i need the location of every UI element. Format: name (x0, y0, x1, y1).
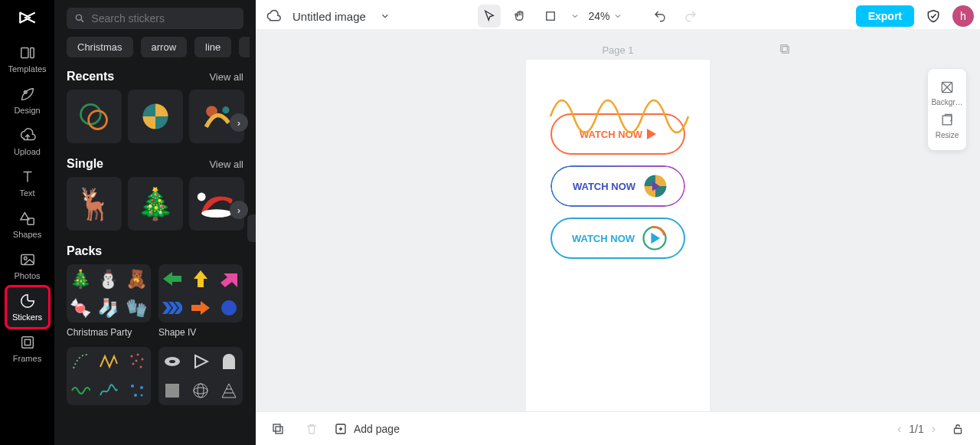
section-title-packs: Packs (67, 244, 102, 258)
sticker-tree[interactable]: 🎄 (128, 177, 183, 231)
grid-square-icon (164, 382, 181, 399)
page-duplicate-icon[interactable] (779, 43, 791, 58)
shapes-icon (19, 210, 36, 227)
nav-stickers[interactable]: Stickers (6, 286, 49, 328)
svg-marker-45 (647, 129, 656, 139)
layers-button[interactable] (266, 417, 289, 440)
nav-label: Photos (14, 271, 40, 280)
svg-marker-17 (194, 270, 207, 287)
cloud-sync-icon[interactable] (262, 5, 285, 28)
capcut-logo-icon (18, 8, 38, 28)
pack-name: Christmas Party (67, 327, 151, 338)
frames-icon (19, 334, 36, 351)
add-page-icon (334, 422, 348, 436)
prev-page-button[interactable]: ‹ (897, 422, 901, 436)
export-button[interactable]: Export (856, 5, 914, 27)
document-title[interactable]: Untitled image (292, 10, 366, 23)
nav-upload[interactable]: Upload (6, 121, 49, 162)
chip-arrow[interactable]: arrow (141, 37, 188, 57)
wave-sticker (547, 81, 693, 152)
user-avatar[interactable]: h (952, 5, 974, 27)
add-page-label: Add page (354, 423, 400, 435)
chip-circle[interactable]: circle (239, 37, 250, 57)
svg-point-33 (140, 394, 142, 397)
sticker-reindeer[interactable]: 🦌 (67, 177, 122, 231)
pack-icon: ⛄ (97, 270, 119, 288)
wire-cone-icon (220, 382, 237, 399)
next-page-button[interactable]: › (932, 422, 936, 436)
pack-name: Shape IV (158, 327, 243, 338)
nav-design[interactable]: Design (6, 80, 49, 121)
canvas-watch-now-button-3[interactable]: WATCH NOW (550, 218, 685, 259)
canvas-area[interactable]: Page 1 WATCH NOW WATCH NOW WATCH NOW (256, 29, 980, 411)
svg-point-30 (131, 384, 134, 388)
nav-label: Stickers (12, 312, 42, 322)
stickers-icon (19, 293, 36, 309)
svg-marker-18 (220, 273, 237, 287)
search-box[interactable] (67, 8, 243, 29)
svg-rect-8 (24, 339, 30, 345)
background-tool[interactable]: Backgr… (928, 77, 966, 110)
dock-label: Resize (936, 131, 959, 139)
sticker-rings[interactable] (67, 90, 122, 143)
chip-line[interactable]: line (194, 37, 231, 57)
artboard[interactable]: WATCH NOW WATCH NOW WATCH NOW (526, 60, 710, 411)
svg-point-24 (130, 355, 132, 358)
svg-point-38 (194, 384, 207, 398)
pack-christmas-party[interactable]: 🎄⛄🧸 🍬🧦🧤 (67, 264, 151, 322)
photos-icon (19, 251, 36, 268)
left-arrow-icon (163, 272, 181, 286)
collapse-panel-handle[interactable] (247, 214, 256, 242)
nav-frames[interactable]: Frames (6, 328, 49, 369)
nav-templates[interactable]: Templates (6, 38, 49, 80)
view-all-recents[interactable]: View all (209, 71, 243, 83)
stickers-panel: Christmas arrow line circle Recents View… (54, 0, 256, 445)
svg-rect-1 (30, 48, 34, 58)
svg-point-27 (132, 363, 134, 365)
nav-label: Frames (13, 354, 41, 363)
crop-dropdown[interactable] (570, 5, 580, 28)
resize-tool[interactable]: Resize (928, 110, 966, 142)
crop-tool[interactable] (539, 5, 562, 28)
canvas-watch-now-button-1[interactable]: WATCH NOW (550, 113, 685, 155)
pack-mono-shapes[interactable] (158, 347, 243, 405)
chip-row: Christmas arrow line circle (60, 37, 250, 68)
packs-row-1: 🎄⛄🧸 🍬🧦🧤 Christmas Party Shape IV (60, 264, 250, 338)
hand-tool[interactable] (508, 5, 531, 28)
svg-rect-55 (955, 428, 962, 434)
packs-row-2 (60, 347, 250, 405)
delete-page-button[interactable] (300, 417, 323, 440)
svg-marker-41 (222, 384, 236, 398)
add-page-button[interactable]: Add page (334, 422, 400, 436)
pack-lines[interactable] (67, 347, 151, 405)
svg-rect-42 (547, 12, 555, 21)
pack-shape-iv[interactable] (158, 264, 243, 322)
svg-point-15 (201, 209, 232, 218)
undo-button[interactable] (648, 5, 671, 28)
single-next[interactable]: › (230, 201, 248, 219)
nav-shapes[interactable]: Shapes (6, 204, 49, 245)
view-all-single[interactable]: View all (209, 159, 243, 170)
nav-text[interactable]: Text (6, 162, 49, 204)
search-input[interactable] (91, 12, 236, 25)
text-icon (19, 169, 36, 185)
title-dropdown[interactable] (374, 5, 397, 28)
chip-christmas[interactable]: Christmas (67, 37, 133, 57)
page-label: Page 1 (602, 44, 633, 56)
scribble-icon (99, 383, 119, 398)
zoom-level[interactable]: 24% (588, 10, 622, 22)
select-tool[interactable] (478, 5, 501, 28)
app-logo[interactable] (18, 8, 38, 31)
main-area: Untitled image 24% Export h Page 1 WATCH… (256, 0, 980, 445)
shield-icon[interactable] (922, 5, 945, 28)
pack-icon: 🧤 (126, 299, 148, 317)
svg-point-23 (221, 300, 237, 316)
pack-icon: 🍬 (70, 299, 92, 317)
recents-next[interactable]: › (230, 113, 248, 132)
canvas-watch-now-button-2[interactable]: WATCH NOW (550, 165, 685, 207)
nav-photos[interactable]: Photos (6, 245, 49, 286)
redo-button[interactable] (679, 5, 702, 28)
sticker-tile[interactable] (128, 90, 183, 143)
nav-label: Templates (8, 64, 46, 74)
lock-button[interactable] (946, 417, 969, 440)
